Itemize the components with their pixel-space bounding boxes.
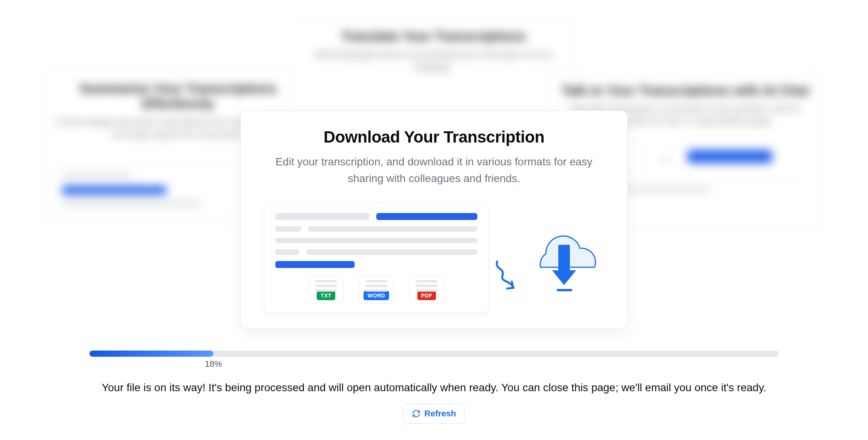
format-txt-icon: TXT	[309, 276, 343, 304]
svg-rect-0	[558, 245, 570, 271]
refresh-button-label: Refresh	[424, 409, 456, 419]
processing-progress: 18%	[89, 351, 779, 357]
bg-card-translate-title: Translate Your Transcriptions	[305, 29, 562, 44]
format-txt-label: TXT	[317, 291, 335, 300]
bg-card-translate-desc: Break language barriers by translating y…	[305, 48, 562, 73]
bg-card-summarize-title: Summarize Your Transcriptions Effortless…	[54, 81, 302, 111]
progress-percent-label: 18%	[205, 359, 222, 369]
processing-status-message: Your file is on its way! It's being proc…	[86, 382, 782, 394]
download-card-title: Download Your Transcription	[264, 128, 604, 146]
refresh-button[interactable]: Refresh	[403, 404, 465, 424]
bg-card-chat-title: Talk to Your Transcriptions with AI Chat	[557, 83, 813, 98]
refresh-icon	[412, 409, 420, 418]
format-word-icon: WORD	[359, 276, 394, 304]
svg-rect-1	[557, 289, 572, 291]
format-pdf-icon: PDF	[409, 276, 444, 304]
cloud-download-icon	[523, 221, 604, 294]
progress-track	[89, 351, 779, 357]
download-card-illustration: TXT WORD PDF	[264, 203, 604, 313]
swirl-arrow-icon	[494, 254, 517, 301]
format-pdf-label: PDF	[417, 291, 436, 300]
format-word-label: WORD	[364, 291, 389, 300]
transcript-preview-card: TXT WORD PDF	[264, 203, 489, 313]
download-transcription-card: Download Your Transcription Edit your tr…	[240, 110, 628, 328]
progress-fill	[89, 351, 213, 357]
download-card-desc: Edit your transcription, and download it…	[264, 153, 604, 187]
